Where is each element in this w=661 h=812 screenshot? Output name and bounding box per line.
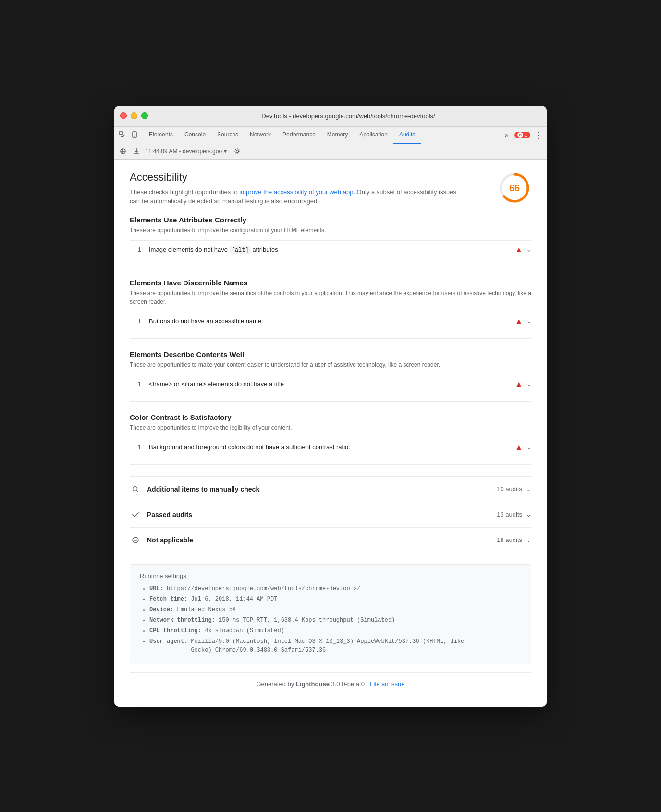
tabbar-left-controls [118,127,139,144]
error-count: 1 [525,132,527,138]
titlebar: DevTools - developers.google.com/web/too… [114,106,547,127]
collapsible-passed[interactable]: Passed audits 13 audits ⌄ [130,502,531,527]
audit-item-2-1[interactable]: 1 Buttons do not have an accessible name… [130,312,531,331]
footer: Generated by Lighthouse 3.0.0-beta.0 | F… [130,672,531,695]
window-title: DevTools - developers.google.com/web/too… [156,112,541,120]
section-title-2: Elements Have Discernible Names [130,279,531,287]
add-recording-button[interactable] [118,147,128,156]
svg-point-2 [134,136,135,137]
tabbar: Elements Console Sources Network Perform… [114,127,547,144]
manual-check-title: Additional items to manually check [147,485,497,493]
tab-audits[interactable]: Audits [393,127,421,144]
audit-num-4-1: 1 [130,443,141,451]
collapsible-manual-check[interactable]: Additional items to manually check 10 au… [130,476,531,502]
chevron-icon-1-1[interactable]: ⌄ [526,246,531,253]
passed-count: 13 audits [497,511,522,518]
not-applicable-right: 18 audits ⌄ [497,536,531,543]
warning-icon-4-1: ▲ [515,443,523,452]
warning-icon-1-1: ▲ [515,246,523,254]
footer-file-issue-link[interactable]: File an issue [370,680,405,688]
audit-text-1-1: Image elements do not have [alt] attribu… [149,246,515,254]
svg-point-7 [236,150,239,153]
section-elements-names: Elements Have Discernible Names These ar… [130,279,531,339]
tab-sources[interactable]: Sources [211,127,244,144]
runtime-cpu: CPU throttling: 4x slowdown (Simulated) [149,627,521,635]
minimize-button[interactable] [131,112,137,119]
warning-icon-2-1: ▲ [515,317,523,326]
tab-console[interactable]: Console [179,127,211,144]
tab-application[interactable]: Application [354,127,393,144]
tab-performance[interactable]: Performance [277,127,321,144]
footer-generated-by: Generated by [256,680,295,688]
tabs-container: Elements Console Sources Network Perform… [143,127,499,144]
audit-num-3-1: 1 [130,381,141,388]
audit-actions-1-1: ▲ ⌄ [515,246,531,254]
audit-item-1-1[interactable]: 1 Image elements do not have [alt] attri… [130,240,531,259]
runtime-useragent: User agent: Mozilla/5.0 (Macintosh; Inte… [149,637,521,654]
audit-main-title: Accessibility [130,171,498,184]
audit-description: These checks highlight opportunities to … [130,187,466,206]
section-elements-contents: Elements Describe Contents Well These ar… [130,350,531,402]
audit-actions-4-1: ▲ ⌄ [515,443,531,452]
footer-version: 3.0.0-beta.0 [331,680,365,688]
toolbar: 11:44:09 AM - developers.goo ▾ [114,144,547,160]
tabbar-right: » ✕ 1 ⋮ [503,127,543,144]
audit-title-section: Accessibility These checks highlight opp… [130,171,498,206]
error-icon: ✕ [517,132,523,138]
section-title-3: Elements Describe Contents Well [130,350,531,358]
footer-lighthouse: Lighthouse [296,680,330,688]
audit-actions-2-1: ▲ ⌄ [515,317,531,326]
runtime-settings-title: Runtime settings [140,572,521,579]
error-badge: ✕ 1 [514,132,530,138]
inspect-element-icon[interactable] [118,130,128,140]
audit-num-1-1: 1 [130,246,141,253]
minus-circle-icon [130,534,141,546]
audit-text-4-1: Background and foreground colors do not … [149,443,515,451]
footer-separator: | [367,680,370,688]
runtime-device: Device: Emulated Nexus 5X [149,605,521,614]
score-value: 66 [509,182,520,193]
section-desc-1: These are opportunities to improve the c… [130,226,531,234]
passed-title: Passed audits [147,511,497,518]
devtools-menu-button[interactable]: ⋮ [534,130,543,140]
maximize-button[interactable] [141,112,148,119]
manual-check-chevron: ⌄ [526,485,531,492]
passed-chevron: ⌄ [526,511,531,518]
audit-num-2-1: 1 [130,318,141,325]
not-applicable-chevron: ⌄ [526,536,531,543]
audit-item-3-1[interactable]: 1 <frame> or <iframe> elements do not ha… [130,375,531,394]
audit-text-2-1: Buttons do not have an accessible name [149,318,515,325]
manual-check-right: 10 audits ⌄ [497,485,531,492]
chevron-icon-4-1[interactable]: ⌄ [526,444,531,451]
not-applicable-count: 18 audits [497,536,522,543]
search-icon [130,483,141,495]
device-toolbar-icon[interactable] [130,130,139,140]
section-desc-3: These are opportunities to make your con… [130,360,531,369]
section-title-4: Color Contrast Is Satisfactory [130,413,531,421]
runtime-fetch-time: Fetch time: Jul 6, 2018, 11:44 AM PDT [149,595,521,603]
devtools-window: DevTools - developers.google.com/web/too… [114,106,547,707]
traffic-lights [120,112,148,119]
section-title-1: Elements Use Attributes Correctly [130,216,531,224]
runtime-settings-box: Runtime settings URL: https://developers… [130,564,531,664]
warning-icon-3-1: ▲ [515,380,523,389]
main-content: Accessibility These checks highlight opp… [114,160,547,707]
close-button[interactable] [120,112,127,119]
passed-right: 13 audits ⌄ [497,511,531,518]
tab-network[interactable]: Network [244,127,277,144]
accessibility-link[interactable]: improve the accessibility of your web ap… [239,188,353,196]
more-tabs-button[interactable]: » [503,131,511,139]
audit-header: Accessibility These checks highlight opp… [130,171,531,206]
collapsible-not-applicable[interactable]: Not applicable 18 audits ⌄ [130,527,531,553]
tab-memory[interactable]: Memory [321,127,354,144]
chevron-icon-3-1[interactable]: ⌄ [526,381,531,388]
not-applicable-title: Not applicable [147,536,497,544]
chevron-icon-2-1[interactable]: ⌄ [526,318,531,325]
download-button[interactable] [132,147,141,156]
audit-item-4-1[interactable]: 1 Background and foreground colors do no… [130,438,531,456]
audit-text-3-1: <frame> or <iframe> elements do not have… [149,381,515,388]
tab-elements[interactable]: Elements [143,127,179,144]
svg-rect-0 [120,132,122,135]
manual-check-count: 10 audits [497,485,522,492]
settings-button[interactable] [233,147,242,156]
